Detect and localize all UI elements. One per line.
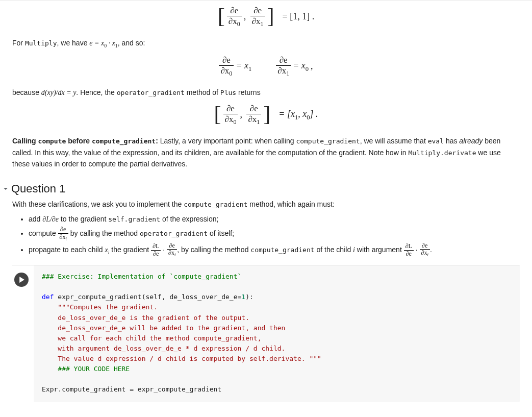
question-bullets: add ∂L/∂e to the gradient self.gradient …: [12, 213, 520, 258]
caret-down-icon: [3, 186, 8, 191]
para-multiply: For Multiply, we have e = x0 · x1, and s…: [12, 37, 520, 50]
para-because: because d(xy)/dx = y. Hence, the operato…: [12, 87, 520, 99]
bullet-2: compute ∂e∂xi by calling the method oper…: [29, 226, 520, 241]
para-calling-compute: Calling compute before compute_gradient:…: [12, 135, 520, 170]
equation-3: [ ∂e∂x0 , ∂e∂x1 ] = [x1, x0] .: [12, 104, 520, 126]
play-icon: [19, 277, 25, 283]
equation-2: ∂e∂x0 = x1 ∂e∂x1 = x0 ,: [12, 55, 520, 78]
question-1-title: Question 1: [11, 182, 65, 195]
bullet-3: propagate to each child xi the gradient …: [29, 242, 520, 258]
bullet-1: add ∂L/∂e to the gradient self.gradient …: [29, 213, 520, 226]
equation-1: [ ∂e∂x0 , ∂e∂x1 ] = [1, 1] .: [12, 6, 520, 28]
run-cell-button[interactable]: [14, 273, 29, 287]
code-cell: ### Exercise: Implementation of `compute…: [12, 265, 520, 402]
code-editor[interactable]: ### Exercise: Implementation of `compute…: [34, 265, 520, 402]
question-1-header[interactable]: Question 1: [3, 182, 520, 195]
question-intro: With these clarifications, we ask you to…: [12, 199, 520, 210]
